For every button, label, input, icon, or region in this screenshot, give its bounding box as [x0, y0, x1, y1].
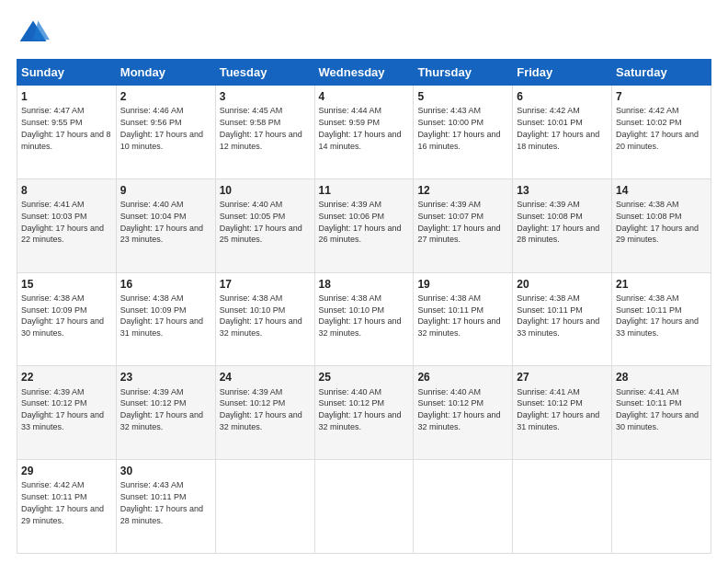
- calendar-cell: 23Sunrise: 4:39 AM Sunset: 10:12 PM Dayl…: [116, 366, 215, 460]
- day-detail: Sunrise: 4:45 AM Sunset: 9:58 PM Dayligh…: [220, 106, 302, 150]
- day-detail: Sunrise: 4:39 AM Sunset: 10:07 PM Daylig…: [417, 200, 500, 244]
- calendar-cell: 25Sunrise: 4:40 AM Sunset: 10:12 PM Dayl…: [314, 366, 414, 460]
- day-detail: Sunrise: 4:38 AM Sunset: 10:10 PM Daylig…: [220, 293, 302, 338]
- day-number: 20: [517, 277, 608, 292]
- day-detail: Sunrise: 4:40 AM Sunset: 10:04 PM Daylig…: [120, 200, 203, 244]
- day-number: 22: [21, 370, 112, 385]
- calendar-header-sunday: Sunday: [17, 60, 117, 86]
- calendar-cell: [513, 460, 612, 554]
- day-number: 23: [120, 370, 211, 385]
- day-detail: Sunrise: 4:38 AM Sunset: 10:11 PM Daylig…: [417, 293, 500, 338]
- calendar-cell: 19Sunrise: 4:38 AM Sunset: 10:11 PM Dayl…: [414, 272, 513, 366]
- day-number: 30: [120, 464, 211, 478]
- calendar-cell: 11Sunrise: 4:39 AM Sunset: 10:06 PM Dayl…: [314, 178, 414, 272]
- day-number: 14: [616, 183, 707, 198]
- day-number: 25: [319, 370, 410, 385]
- calendar-cell: 13Sunrise: 4:39 AM Sunset: 10:08 PM Dayl…: [513, 178, 612, 272]
- day-detail: Sunrise: 4:46 AM Sunset: 9:56 PM Dayligh…: [120, 106, 203, 150]
- calendar-cell: 4Sunrise: 4:44 AM Sunset: 9:59 PM Daylig…: [314, 86, 414, 179]
- day-number: 13: [517, 183, 608, 198]
- page: SundayMondayTuesdayWednesdayThursdayFrid…: [0, 0, 728, 563]
- day-number: 11: [319, 183, 410, 198]
- day-number: 2: [120, 89, 211, 104]
- calendar-cell: [612, 460, 711, 554]
- day-number: 15: [21, 277, 112, 292]
- calendar-header-row: SundayMondayTuesdayWednesdayThursdayFrid…: [17, 60, 711, 86]
- day-detail: Sunrise: 4:38 AM Sunset: 10:09 PM Daylig…: [120, 293, 203, 338]
- calendar-header-tuesday: Tuesday: [215, 60, 314, 86]
- day-detail: Sunrise: 4:39 AM Sunset: 10:12 PM Daylig…: [220, 387, 302, 431]
- day-number: 18: [319, 277, 410, 292]
- calendar-week-row-1: 8Sunrise: 4:41 AM Sunset: 10:03 PM Dayli…: [17, 178, 711, 272]
- day-number: 19: [417, 277, 508, 292]
- day-detail: Sunrise: 4:38 AM Sunset: 10:11 PM Daylig…: [616, 293, 699, 338]
- day-detail: Sunrise: 4:42 AM Sunset: 10:11 PM Daylig…: [21, 480, 104, 524]
- calendar-cell: 10Sunrise: 4:40 AM Sunset: 10:05 PM Dayl…: [215, 178, 314, 272]
- day-detail: Sunrise: 4:40 AM Sunset: 10:12 PM Daylig…: [319, 387, 402, 431]
- day-number: 7: [616, 89, 707, 104]
- day-number: 9: [120, 183, 211, 198]
- calendar-cell: 5Sunrise: 4:43 AM Sunset: 10:00 PM Dayli…: [414, 86, 513, 179]
- calendar-cell: 17Sunrise: 4:38 AM Sunset: 10:10 PM Dayl…: [215, 272, 314, 366]
- calendar-cell: 3Sunrise: 4:45 AM Sunset: 9:58 PM Daylig…: [215, 86, 314, 179]
- calendar-cell: 29Sunrise: 4:42 AM Sunset: 10:11 PM Dayl…: [17, 460, 117, 554]
- calendar-cell: [414, 460, 513, 554]
- day-number: 16: [120, 277, 211, 292]
- day-detail: Sunrise: 4:39 AM Sunset: 10:12 PM Daylig…: [120, 387, 203, 431]
- calendar-header-thursday: Thursday: [414, 60, 513, 86]
- calendar-cell: 30Sunrise: 4:43 AM Sunset: 10:11 PM Dayl…: [116, 460, 215, 554]
- logo-icon: [17, 17, 50, 50]
- calendar-cell: 20Sunrise: 4:38 AM Sunset: 10:11 PM Dayl…: [513, 272, 612, 366]
- day-detail: Sunrise: 4:38 AM Sunset: 10:09 PM Daylig…: [21, 293, 104, 338]
- calendar-cell: 28Sunrise: 4:41 AM Sunset: 10:11 PM Dayl…: [612, 366, 711, 460]
- day-number: 21: [616, 277, 707, 292]
- day-number: 29: [21, 464, 112, 478]
- calendar-cell: 27Sunrise: 4:41 AM Sunset: 10:12 PM Dayl…: [513, 366, 612, 460]
- day-detail: Sunrise: 4:43 AM Sunset: 10:11 PM Daylig…: [120, 480, 203, 524]
- calendar-cell: 26Sunrise: 4:40 AM Sunset: 10:12 PM Dayl…: [414, 366, 513, 460]
- calendar-week-row-3: 22Sunrise: 4:39 AM Sunset: 10:12 PM Dayl…: [17, 366, 711, 460]
- day-detail: Sunrise: 4:40 AM Sunset: 10:05 PM Daylig…: [220, 200, 302, 244]
- day-number: 4: [319, 89, 410, 104]
- day-number: 8: [21, 183, 112, 198]
- day-number: 5: [417, 89, 508, 104]
- calendar-cell: 12Sunrise: 4:39 AM Sunset: 10:07 PM Dayl…: [414, 178, 513, 272]
- calendar-week-row-0: 1Sunrise: 4:47 AM Sunset: 9:55 PM Daylig…: [17, 86, 711, 179]
- calendar-header-monday: Monday: [116, 60, 215, 86]
- day-detail: Sunrise: 4:39 AM Sunset: 10:12 PM Daylig…: [21, 387, 104, 431]
- calendar-cell: [314, 460, 414, 554]
- day-detail: Sunrise: 4:38 AM Sunset: 10:08 PM Daylig…: [616, 200, 699, 244]
- calendar-cell: 22Sunrise: 4:39 AM Sunset: 10:12 PM Dayl…: [17, 366, 117, 460]
- day-number: 6: [517, 89, 608, 104]
- day-detail: Sunrise: 4:42 AM Sunset: 10:01 PM Daylig…: [517, 106, 599, 150]
- calendar-cell: 16Sunrise: 4:38 AM Sunset: 10:09 PM Dayl…: [116, 272, 215, 366]
- day-number: 3: [220, 89, 311, 104]
- day-number: 26: [417, 370, 508, 385]
- calendar-cell: [215, 460, 314, 554]
- day-number: 12: [417, 183, 508, 198]
- calendar-cell: 1Sunrise: 4:47 AM Sunset: 9:55 PM Daylig…: [17, 86, 117, 179]
- calendar-week-row-4: 29Sunrise: 4:42 AM Sunset: 10:11 PM Dayl…: [17, 460, 711, 554]
- day-detail: Sunrise: 4:43 AM Sunset: 10:00 PM Daylig…: [417, 106, 500, 150]
- day-detail: Sunrise: 4:40 AM Sunset: 10:12 PM Daylig…: [417, 387, 500, 431]
- day-detail: Sunrise: 4:41 AM Sunset: 10:11 PM Daylig…: [616, 387, 699, 431]
- day-number: 27: [517, 370, 608, 385]
- calendar-header-wednesday: Wednesday: [314, 60, 414, 86]
- day-detail: Sunrise: 4:39 AM Sunset: 10:08 PM Daylig…: [517, 200, 599, 244]
- header: [17, 17, 711, 50]
- day-detail: Sunrise: 4:42 AM Sunset: 10:02 PM Daylig…: [616, 106, 699, 150]
- calendar-cell: 24Sunrise: 4:39 AM Sunset: 10:12 PM Dayl…: [215, 366, 314, 460]
- day-detail: Sunrise: 4:38 AM Sunset: 10:11 PM Daylig…: [517, 293, 599, 338]
- day-detail: Sunrise: 4:41 AM Sunset: 10:12 PM Daylig…: [517, 387, 599, 431]
- calendar-table: SundayMondayTuesdayWednesdayThursdayFrid…: [17, 59, 711, 554]
- calendar-cell: 9Sunrise: 4:40 AM Sunset: 10:04 PM Dayli…: [116, 178, 215, 272]
- day-detail: Sunrise: 4:38 AM Sunset: 10:10 PM Daylig…: [319, 293, 402, 338]
- day-number: 10: [220, 183, 311, 198]
- day-detail: Sunrise: 4:44 AM Sunset: 9:59 PM Dayligh…: [319, 106, 402, 150]
- calendar-cell: 2Sunrise: 4:46 AM Sunset: 9:56 PM Daylig…: [116, 86, 215, 179]
- day-number: 1: [21, 89, 112, 104]
- day-number: 24: [220, 370, 311, 385]
- calendar-cell: 7Sunrise: 4:42 AM Sunset: 10:02 PM Dayli…: [612, 86, 711, 179]
- calendar-cell: 18Sunrise: 4:38 AM Sunset: 10:10 PM Dayl…: [314, 272, 414, 366]
- logo: [17, 17, 55, 50]
